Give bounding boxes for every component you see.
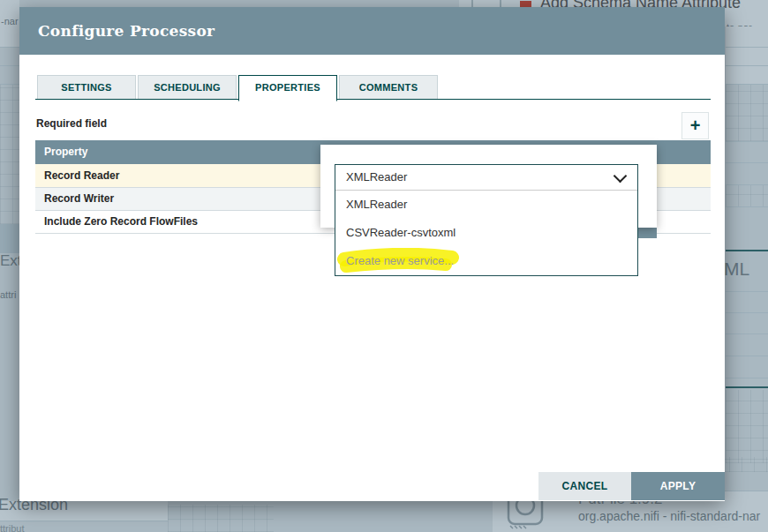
canvas-row-line: [726, 65, 768, 66]
canvas-row-line: [726, 356, 768, 356]
canvas-text-fragment: ttribut: [0, 523, 25, 532]
canvas-row-line: [726, 312, 768, 313]
tab-underline: [35, 99, 711, 100]
canvas-grid: [726, 390, 768, 463]
canvas-row-line: [726, 162, 768, 163]
tab-bar: SETTINGS SCHEDULING PROPERTIES COMMENTS: [37, 75, 440, 101]
required-field-label: Required field: [36, 117, 107, 130]
canvas-row-line: [726, 291, 768, 292]
tab-settings[interactable]: SETTINGS: [37, 75, 136, 100]
canvas-text-fragment: org.apache.nifi - nifi-standard-nar: [578, 509, 760, 523]
canvas-row-line: [726, 47, 768, 48]
canvas-selection-line: [726, 386, 768, 388]
canvas-text-fragment: Ext: [0, 252, 22, 270]
combo-selected-value[interactable]: XMLReader: [335, 165, 637, 191]
canvas-row-line: [726, 184, 768, 185]
canvas-row-line: [0, 65, 19, 66]
add-property-button[interactable]: +: [681, 112, 709, 139]
apply-button[interactable]: APPLY: [631, 472, 725, 500]
canvas-band: [0, 224, 19, 253]
canvas-row-line: [726, 333, 768, 334]
cancel-button[interactable]: CANCEL: [538, 472, 631, 500]
canvas-grid: [726, 85, 768, 141]
combo-option-create-new-service[interactable]: Create new service...: [335, 247, 637, 275]
tab-comments[interactable]: COMMENTS: [339, 75, 438, 100]
tab-scheduling[interactable]: SCHEDULING: [138, 75, 237, 100]
canvas-row-line: [726, 378, 768, 378]
dialog-title: Configure Processor: [19, 7, 725, 55]
plus-icon: +: [690, 116, 701, 135]
combo-value-text: XMLReader: [346, 170, 407, 184]
canvas-text-fragment: -nar: [1, 16, 19, 26]
canvas-row-line: [726, 141, 768, 142]
nifi-canvas-screen: -nar Ext attri Add Schema Name Attribute…: [0, 0, 768, 532]
canvas-processor-box: [726, 26, 768, 84]
canvas-row-line: [0, 47, 19, 48]
canvas-selection-line: [726, 250, 768, 251]
canvas-text-fragment: ML: [724, 259, 749, 280]
canvas-grid: [0, 85, 19, 224]
canvas-text-fragment: attri: [0, 289, 16, 300]
chevron-down-icon: [614, 169, 628, 184]
dialog-header: Configure Processor: [19, 7, 725, 55]
record-reader-combo: XMLReader XMLReader CSVReader-csvtoxml C…: [335, 164, 638, 276]
canvas-grid: [726, 185, 768, 207]
combo-option-csvreader[interactable]: CSVReader-csvtoxml: [335, 219, 637, 247]
canvas-grid: [168, 505, 274, 532]
combo-option-xmlreader[interactable]: XMLReader: [335, 191, 637, 219]
tab-properties[interactable]: PROPERTIES: [238, 75, 337, 101]
canvas-row-line: [726, 206, 768, 207]
